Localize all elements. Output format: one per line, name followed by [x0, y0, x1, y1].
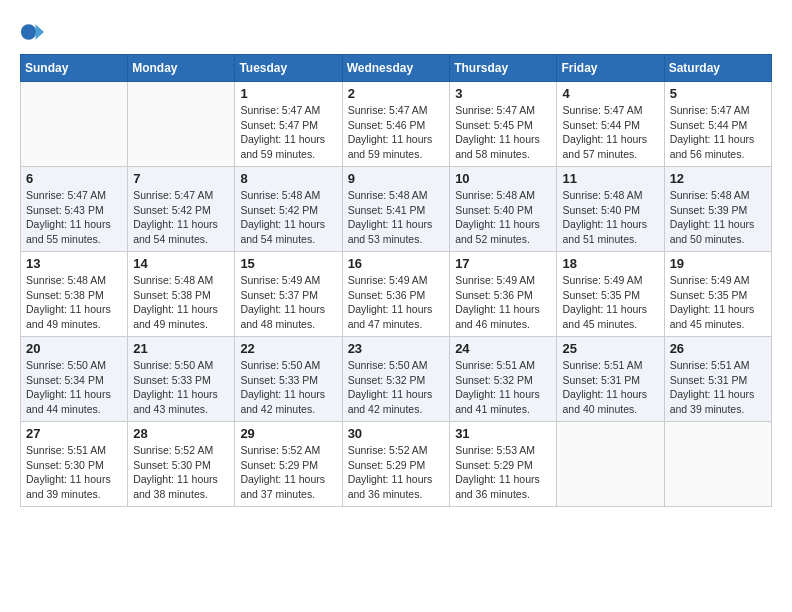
- day-detail: Sunrise: 5:50 AMSunset: 5:34 PMDaylight:…: [26, 358, 122, 417]
- calendar-cell: 19Sunrise: 5:49 AMSunset: 5:35 PMDayligh…: [664, 252, 771, 337]
- calendar-cell: [664, 422, 771, 507]
- svg-point-0: [21, 24, 36, 39]
- calendar-table: SundayMondayTuesdayWednesdayThursdayFrid…: [20, 54, 772, 507]
- day-detail: Sunrise: 5:51 AMSunset: 5:30 PMDaylight:…: [26, 443, 122, 502]
- calendar-cell: 14Sunrise: 5:48 AMSunset: 5:38 PMDayligh…: [128, 252, 235, 337]
- day-detail: Sunrise: 5:48 AMSunset: 5:40 PMDaylight:…: [562, 188, 658, 247]
- calendar-cell: 16Sunrise: 5:49 AMSunset: 5:36 PMDayligh…: [342, 252, 450, 337]
- day-detail: Sunrise: 5:47 AMSunset: 5:43 PMDaylight:…: [26, 188, 122, 247]
- day-number: 27: [26, 426, 122, 441]
- weekday-header: Saturday: [664, 55, 771, 82]
- day-detail: Sunrise: 5:50 AMSunset: 5:33 PMDaylight:…: [240, 358, 336, 417]
- day-number: 22: [240, 341, 336, 356]
- logo: [20, 20, 48, 44]
- weekday-header: Sunday: [21, 55, 128, 82]
- day-number: 17: [455, 256, 551, 271]
- weekday-header: Thursday: [450, 55, 557, 82]
- day-detail: Sunrise: 5:47 AMSunset: 5:42 PMDaylight:…: [133, 188, 229, 247]
- calendar-week-row: 6Sunrise: 5:47 AMSunset: 5:43 PMDaylight…: [21, 167, 772, 252]
- day-number: 3: [455, 86, 551, 101]
- day-number: 11: [562, 171, 658, 186]
- day-number: 9: [348, 171, 445, 186]
- calendar-cell: 13Sunrise: 5:48 AMSunset: 5:38 PMDayligh…: [21, 252, 128, 337]
- day-number: 31: [455, 426, 551, 441]
- calendar-cell: 15Sunrise: 5:49 AMSunset: 5:37 PMDayligh…: [235, 252, 342, 337]
- calendar-cell: 18Sunrise: 5:49 AMSunset: 5:35 PMDayligh…: [557, 252, 664, 337]
- calendar-cell: 21Sunrise: 5:50 AMSunset: 5:33 PMDayligh…: [128, 337, 235, 422]
- day-detail: Sunrise: 5:48 AMSunset: 5:41 PMDaylight:…: [348, 188, 445, 247]
- day-number: 6: [26, 171, 122, 186]
- calendar-cell: 12Sunrise: 5:48 AMSunset: 5:39 PMDayligh…: [664, 167, 771, 252]
- calendar-cell: 17Sunrise: 5:49 AMSunset: 5:36 PMDayligh…: [450, 252, 557, 337]
- day-detail: Sunrise: 5:48 AMSunset: 5:42 PMDaylight:…: [240, 188, 336, 247]
- day-detail: Sunrise: 5:49 AMSunset: 5:35 PMDaylight:…: [562, 273, 658, 332]
- day-detail: Sunrise: 5:47 AMSunset: 5:46 PMDaylight:…: [348, 103, 445, 162]
- calendar-cell: 1Sunrise: 5:47 AMSunset: 5:47 PMDaylight…: [235, 82, 342, 167]
- calendar-cell: 29Sunrise: 5:52 AMSunset: 5:29 PMDayligh…: [235, 422, 342, 507]
- calendar-cell: 9Sunrise: 5:48 AMSunset: 5:41 PMDaylight…: [342, 167, 450, 252]
- day-detail: Sunrise: 5:50 AMSunset: 5:33 PMDaylight:…: [133, 358, 229, 417]
- day-detail: Sunrise: 5:49 AMSunset: 5:36 PMDaylight:…: [348, 273, 445, 332]
- day-number: 4: [562, 86, 658, 101]
- calendar-cell: 24Sunrise: 5:51 AMSunset: 5:32 PMDayligh…: [450, 337, 557, 422]
- weekday-header: Friday: [557, 55, 664, 82]
- calendar-cell: [128, 82, 235, 167]
- day-detail: Sunrise: 5:52 AMSunset: 5:30 PMDaylight:…: [133, 443, 229, 502]
- day-detail: Sunrise: 5:48 AMSunset: 5:38 PMDaylight:…: [26, 273, 122, 332]
- calendar-week-row: 13Sunrise: 5:48 AMSunset: 5:38 PMDayligh…: [21, 252, 772, 337]
- day-number: 29: [240, 426, 336, 441]
- calendar-header-row: SundayMondayTuesdayWednesdayThursdayFrid…: [21, 55, 772, 82]
- calendar-cell: 23Sunrise: 5:50 AMSunset: 5:32 PMDayligh…: [342, 337, 450, 422]
- day-number: 10: [455, 171, 551, 186]
- day-detail: Sunrise: 5:48 AMSunset: 5:39 PMDaylight:…: [670, 188, 766, 247]
- calendar-cell: 31Sunrise: 5:53 AMSunset: 5:29 PMDayligh…: [450, 422, 557, 507]
- day-detail: Sunrise: 5:47 AMSunset: 5:44 PMDaylight:…: [670, 103, 766, 162]
- calendar-week-row: 1Sunrise: 5:47 AMSunset: 5:47 PMDaylight…: [21, 82, 772, 167]
- day-detail: Sunrise: 5:51 AMSunset: 5:32 PMDaylight:…: [455, 358, 551, 417]
- calendar-cell: 28Sunrise: 5:52 AMSunset: 5:30 PMDayligh…: [128, 422, 235, 507]
- calendar-cell: 22Sunrise: 5:50 AMSunset: 5:33 PMDayligh…: [235, 337, 342, 422]
- day-number: 23: [348, 341, 445, 356]
- day-number: 5: [670, 86, 766, 101]
- calendar-cell: 5Sunrise: 5:47 AMSunset: 5:44 PMDaylight…: [664, 82, 771, 167]
- day-number: 28: [133, 426, 229, 441]
- day-detail: Sunrise: 5:49 AMSunset: 5:35 PMDaylight:…: [670, 273, 766, 332]
- day-detail: Sunrise: 5:52 AMSunset: 5:29 PMDaylight:…: [348, 443, 445, 502]
- logo-icon: [20, 20, 44, 44]
- day-detail: Sunrise: 5:49 AMSunset: 5:37 PMDaylight:…: [240, 273, 336, 332]
- day-number: 7: [133, 171, 229, 186]
- day-number: 12: [670, 171, 766, 186]
- calendar-week-row: 27Sunrise: 5:51 AMSunset: 5:30 PMDayligh…: [21, 422, 772, 507]
- day-detail: Sunrise: 5:50 AMSunset: 5:32 PMDaylight:…: [348, 358, 445, 417]
- day-number: 13: [26, 256, 122, 271]
- calendar-cell: 11Sunrise: 5:48 AMSunset: 5:40 PMDayligh…: [557, 167, 664, 252]
- svg-marker-1: [35, 24, 44, 39]
- day-detail: Sunrise: 5:52 AMSunset: 5:29 PMDaylight:…: [240, 443, 336, 502]
- day-number: 30: [348, 426, 445, 441]
- calendar-cell: 30Sunrise: 5:52 AMSunset: 5:29 PMDayligh…: [342, 422, 450, 507]
- day-detail: Sunrise: 5:48 AMSunset: 5:40 PMDaylight:…: [455, 188, 551, 247]
- calendar-cell: 20Sunrise: 5:50 AMSunset: 5:34 PMDayligh…: [21, 337, 128, 422]
- calendar-cell: 8Sunrise: 5:48 AMSunset: 5:42 PMDaylight…: [235, 167, 342, 252]
- day-number: 8: [240, 171, 336, 186]
- weekday-header: Wednesday: [342, 55, 450, 82]
- calendar-cell: 26Sunrise: 5:51 AMSunset: 5:31 PMDayligh…: [664, 337, 771, 422]
- day-number: 16: [348, 256, 445, 271]
- day-number: 25: [562, 341, 658, 356]
- weekday-header: Monday: [128, 55, 235, 82]
- calendar-cell: 2Sunrise: 5:47 AMSunset: 5:46 PMDaylight…: [342, 82, 450, 167]
- day-detail: Sunrise: 5:47 AMSunset: 5:47 PMDaylight:…: [240, 103, 336, 162]
- day-number: 19: [670, 256, 766, 271]
- day-detail: Sunrise: 5:47 AMSunset: 5:44 PMDaylight:…: [562, 103, 658, 162]
- day-detail: Sunrise: 5:49 AMSunset: 5:36 PMDaylight:…: [455, 273, 551, 332]
- day-detail: Sunrise: 5:51 AMSunset: 5:31 PMDaylight:…: [670, 358, 766, 417]
- calendar-cell: 3Sunrise: 5:47 AMSunset: 5:45 PMDaylight…: [450, 82, 557, 167]
- calendar-cell: 7Sunrise: 5:47 AMSunset: 5:42 PMDaylight…: [128, 167, 235, 252]
- day-number: 20: [26, 341, 122, 356]
- calendar-cell: 27Sunrise: 5:51 AMSunset: 5:30 PMDayligh…: [21, 422, 128, 507]
- calendar-cell: 4Sunrise: 5:47 AMSunset: 5:44 PMDaylight…: [557, 82, 664, 167]
- day-number: 26: [670, 341, 766, 356]
- day-detail: Sunrise: 5:48 AMSunset: 5:38 PMDaylight:…: [133, 273, 229, 332]
- day-number: 15: [240, 256, 336, 271]
- day-detail: Sunrise: 5:53 AMSunset: 5:29 PMDaylight:…: [455, 443, 551, 502]
